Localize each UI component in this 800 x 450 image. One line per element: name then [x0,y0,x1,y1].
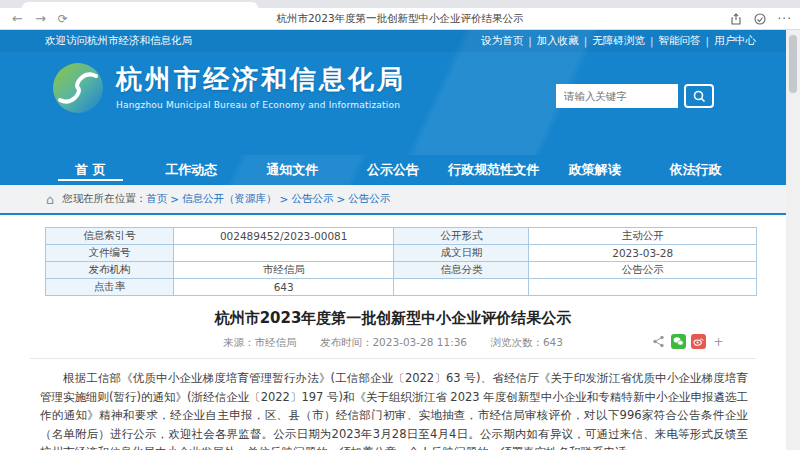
divider [30,358,756,359]
banner: 杭州市经济和信息化局 Hangzhou Municipal Bureau of … [0,52,786,125]
info-label [394,279,529,296]
info-value [529,279,757,296]
info-value [173,245,393,262]
breadcrumb-info-disclosure[interactable]: 信息公开（资源库） [182,192,277,206]
article-meta: 来源：市经信局 发布时间：2023-03-28 11:36 浏览次数：643 + [0,336,786,350]
share-icon[interactable] [730,13,742,25]
article-title: 杭州市2023年度第一批创新型中小企业评价结果公示 [0,309,786,328]
info-value: 643 [173,279,393,296]
nav-item-work-news[interactable]: 工作动态 [141,155,242,185]
link-smart-qa[interactable]: 智能问答 [658,34,700,48]
article-publish-time: 发布时间：2023-03-28 11:36 [320,336,467,348]
separator: | [584,35,588,47]
link-set-homepage[interactable]: 设为首页 [481,34,523,48]
site-name-english: Hangzhou Municipal Bureau of Economy and… [116,100,406,110]
back-icon[interactable]: ← [12,9,23,29]
tab-strip [0,0,800,8]
welcome-text: 欢迎访问杭州市经济和信息化局 [45,34,192,48]
breadcrumb: ⌂ 您现在所在位置： 首页 > 信息公开（资源库） > 公告公示 > 公告公示 [0,185,786,215]
article-area: 信息索引号 002489452/2023-00081 公开形式 主动公开 文件编… [0,217,786,450]
forward-icon[interactable]: → [35,9,46,29]
info-value: 2023-03-28 [529,245,757,262]
page-title-bar: 杭州市2023年度第一批创新型中小企业评价结果公示 [0,12,800,26]
article-body: 根据工信部《优质中小企业梯度培育管理暂行办法》(工信部企业〔2022〕63 号)… [40,369,748,450]
separator: | [650,35,654,47]
info-label: 点击率 [46,279,174,296]
utility-bar: 欢迎访问杭州市经济和信息化局 设为首页 | 加入收藏 | 无障碍浏览 | 智能问… [0,30,786,52]
separator: | [528,35,532,47]
breadcrumb-announcements[interactable]: 公告公示 [291,192,333,206]
share-more-icon[interactable]: + [711,334,726,349]
nav-item-policy-interpretation[interactable]: 政策解读 [544,155,645,185]
nav-item-regulatory-docs[interactable]: 行政规范性文件 [443,155,544,185]
separator: | [705,35,709,47]
breadcrumb-separator: > [336,193,345,205]
info-label: 发布机构 [46,262,174,279]
info-value: 公告公示 [529,262,757,279]
nav-item-notices[interactable]: 通知文件 [242,155,343,185]
search-button[interactable] [684,84,714,108]
article-views: 浏览次数：643 [490,336,563,348]
home-icon: ⌂ [46,192,54,207]
search-input[interactable] [556,84,678,108]
article-source: 来源：市经信局 [223,336,297,348]
table-row: 文件编号 成文日期 2023-03-28 [46,245,757,262]
breadcrumb-prefix: 您现在所在位置： [62,192,146,206]
info-label: 文件编号 [46,245,174,262]
nav-item-announcements[interactable]: 公示公告 [343,155,444,185]
shield-icon[interactable] [754,13,766,25]
main-nav: 首 页 工作动态 通知文件 公示公告 行政规范性文件 政策解读 依法行政 [0,155,786,185]
browser-menu-icon[interactable]: ··· [778,12,792,26]
info-label: 信息索引号 [46,228,174,245]
browser-chrome: ← → ⟳ 杭州市2023年度第一批创新型中小企业评价结果公示 ··· [0,0,800,30]
info-label: 公开形式 [394,228,529,245]
nav-item-rule-of-law[interactable]: 依法行政 [645,155,746,185]
scrollbar-track[interactable] [786,30,800,450]
info-value: 002489452/2023-00081 [173,228,393,245]
site-logo-icon[interactable] [52,62,104,114]
breadcrumb-current[interactable]: 公告公示 [348,192,390,206]
browser-toolbar: ← → ⟳ 杭州市2023年度第一批创新型中小企业评价结果公示 ··· [0,8,800,30]
info-table: 信息索引号 002489452/2023-00081 公开形式 主动公开 文件编… [45,227,757,296]
site-header: 欢迎访问杭州市经济和信息化局 设为首页 | 加入收藏 | 无障碍浏览 | 智能问… [0,30,786,155]
link-user-center[interactable]: 用户中心 [714,34,756,48]
article-paragraph: 根据工信部《优质中小企业梯度培育管理暂行办法》(工信部企业〔2022〕63 号)… [40,369,748,450]
info-value: 主动公开 [529,228,757,245]
nav-item-home[interactable]: 首 页 [40,155,141,185]
wechat-share-icon[interactable] [671,334,686,349]
info-label: 成文日期 [394,245,529,262]
table-row: 点击率 643 [46,279,757,296]
weibo-share-icon[interactable] [691,334,706,349]
table-row: 信息索引号 002489452/2023-00081 公开形式 主动公开 [46,228,757,245]
info-label: 信息分类 [394,262,529,279]
breadcrumb-home[interactable]: 首页 [146,192,167,206]
link-add-favorite[interactable]: 加入收藏 [537,34,579,48]
page: 欢迎访问杭州市经济和信息化局 设为首页 | 加入收藏 | 无障碍浏览 | 智能问… [0,30,786,450]
info-value: 市经信局 [173,262,393,279]
screen: ← → ⟳ 杭州市2023年度第一批创新型中小企业评价结果公示 ··· 欢迎访问… [0,0,800,450]
scrollbar-thumb[interactable] [789,35,797,93]
breadcrumb-separator: > [170,193,179,205]
table-row: 发布机构 市经信局 信息分类 公告公示 [46,262,757,279]
share-nodes-icon[interactable] [651,334,666,349]
link-accessibility[interactable]: 无障碍浏览 [592,34,645,48]
breadcrumb-separator: > [280,193,289,205]
refresh-icon[interactable]: ⟳ [58,9,68,29]
site-name: 杭州市经济和信息化局 [116,62,406,97]
